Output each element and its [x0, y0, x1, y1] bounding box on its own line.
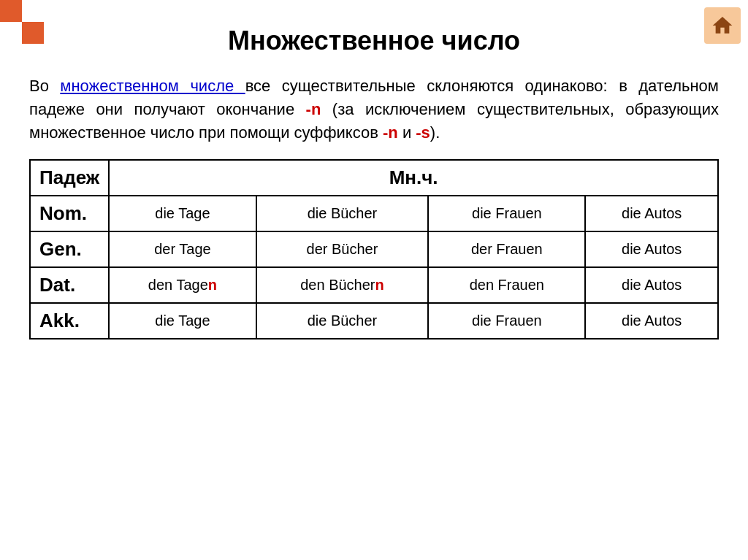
table-row: Akk. die Tage die Bücher die Frauen die …	[30, 303, 718, 339]
dat-col1: den Tagen	[109, 267, 256, 303]
deco-square-2	[22, 22, 44, 44]
table-header-row: Падеж Мн.ч.	[30, 160, 718, 196]
intro-suffix3: и	[398, 123, 416, 142]
page-title: Множественное число	[29, 26, 719, 56]
case-label-akk: Akk.	[30, 303, 109, 339]
dat-col2: den Büchern	[256, 267, 429, 303]
suffix-bold-n: -n	[306, 100, 321, 118]
dat-col4: die Autos	[585, 267, 718, 303]
case-label-gen: Gen.	[30, 231, 109, 267]
deco-square-1	[0, 0, 22, 22]
page-wrapper: Множественное число Во множественном чис…	[0, 0, 748, 560]
intro-suffix4: ).	[430, 123, 440, 142]
header-mn: Мн.ч.	[109, 160, 718, 196]
main-paragraph: Во множественном числе все существительн…	[29, 74, 719, 145]
home-icon	[711, 14, 734, 37]
case-label-nom: Nom.	[30, 196, 109, 231]
gen-col3: der Frauen	[428, 231, 585, 267]
case-label-dat: Dat.	[30, 267, 109, 303]
nom-col3: die Frauen	[428, 196, 585, 231]
akk-col2: die Bücher	[256, 303, 429, 339]
akk-col1: die Tage	[109, 303, 256, 339]
gen-col1: der Tage	[109, 231, 256, 267]
table-row: Dat. den Tagen den Büchern den Frauen di…	[30, 267, 718, 303]
table-row: Gen. der Tage der Bücher der Frauen die …	[30, 231, 718, 267]
suffix-bold-n2: -n	[383, 123, 398, 142]
nom-col4: die Autos	[585, 196, 718, 231]
table-row: Nom. die Tage die Bücher die Frauen die …	[30, 196, 718, 231]
home-icon-wrapper[interactable]	[704, 7, 741, 44]
akk-col3: die Frauen	[428, 303, 585, 339]
intro-prefix: Во	[29, 77, 60, 95]
intro-link[interactable]: множественном числе	[60, 77, 245, 95]
decorative-squares	[0, 0, 44, 44]
gen-col2: der Bücher	[256, 231, 429, 267]
gen-col4: die Autos	[585, 231, 718, 267]
nom-col2: die Bücher	[256, 196, 429, 231]
akk-col4: die Autos	[585, 303, 718, 339]
highlight-n-1: n	[208, 277, 217, 293]
home-button[interactable]	[704, 7, 741, 44]
dat-col3: den Frauen	[428, 267, 585, 303]
highlight-n-2: n	[375, 277, 384, 293]
header-case: Падеж	[30, 160, 109, 196]
suffix-bold-s: -s	[416, 123, 430, 142]
nom-col1: die Tage	[109, 196, 256, 231]
grammar-table: Падеж Мн.ч. Nom. die Tage die Bücher die…	[29, 159, 719, 340]
